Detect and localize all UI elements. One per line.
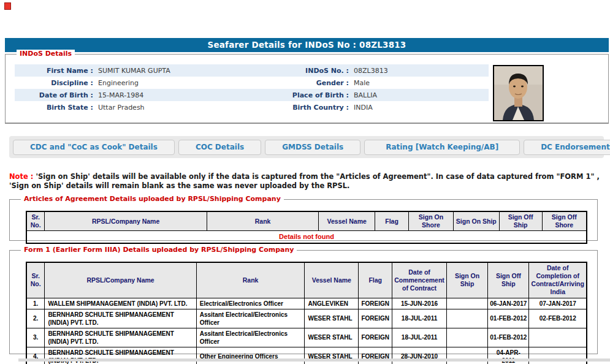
col-rank: Rank xyxy=(196,262,305,298)
cell-completion-date: 02-FEB-2012 xyxy=(529,309,587,328)
place-of-birth-label: Place of Birth : xyxy=(280,91,349,99)
cell-company: BERNHARD SCHULTE SHIPMANAGEMENT (INDIA) … xyxy=(45,309,196,328)
indos-no-label: INDoS No. : xyxy=(280,67,349,75)
cell-flag: FOREIGN xyxy=(359,298,392,309)
articles-legend: Articles of Agreement Details uploaded b… xyxy=(21,195,284,203)
birth-state-value: Uttar Pradesh xyxy=(93,104,280,112)
cell-company: BERNHARD SCHULTE SHIPMANAGEMENT (INDIA) … xyxy=(45,328,196,347)
col-sign-on-ship: Sign On Ship xyxy=(446,262,487,298)
date-of-birth-value: 15-MAR-1984 xyxy=(93,91,280,99)
note-text: 'Sign on Ship' details will be available… xyxy=(9,172,600,190)
col-sr-no: Sr. No. xyxy=(26,262,45,298)
tab-coc-details[interactable]: COC Details xyxy=(178,140,261,155)
cell-rank: Assitant Electrical/Electronics Officer xyxy=(196,309,305,328)
info-row-state: Birth State : Uttar Pradesh Birth Countr… xyxy=(15,101,489,113)
col-vessel-name: Vessel Name xyxy=(319,211,375,231)
first-name-value: SUMIT KUMAR GUPTA xyxy=(93,67,280,75)
note-label: Note : xyxy=(9,172,33,181)
articles-table: Sr. No. RPSL/Company Name Rank Vessel Na… xyxy=(26,211,587,244)
cell-sign-off-ship: 06-JAN-2017 xyxy=(488,298,529,309)
col-sign-off-shore: Sign Off Shore xyxy=(542,211,587,231)
col-date-completion: Date of Completion of Contract/Arriving … xyxy=(529,262,587,298)
cell-sign-off-ship: 01-FEB-2012 xyxy=(488,309,529,328)
col-flag: Flag xyxy=(359,262,392,298)
form1-legend: Form 1 (Earlier Form IIIA) Details uploa… xyxy=(21,246,297,254)
tab-cdc-coc-cook-details[interactable]: CDC and "CoC as Cook" Details xyxy=(13,140,175,155)
tab-bar: CDC and "CoC as Cook" Details COC Detail… xyxy=(9,136,604,158)
cell-vessel: WESER STAHL xyxy=(305,328,359,347)
cell-completion-date: 07-JAN-2017 xyxy=(529,298,587,309)
cell-company: WALLEM SHIPMANAGEMENT (INDIA) PVT. LTD. xyxy=(45,298,196,309)
col-rpsl-company: RPSL/Company Name xyxy=(45,262,196,298)
details-not-found-message: Details not found xyxy=(26,231,587,243)
form1-table: Sr. No. RPSL/Company Name Rank Vessel Na… xyxy=(26,262,587,364)
table-row: 3. BERNHARD SCHULTE SHIPMANAGEMENT (INDI… xyxy=(26,328,587,347)
cell-rank: Assitant Electrical/Electronics Officer xyxy=(196,328,305,347)
indos-no-value: 08ZL3813 xyxy=(349,67,489,75)
cell-completion-date xyxy=(529,328,587,347)
cell-vessel: WESER STAHL xyxy=(305,309,359,328)
cell-commencement-date: 18-JUL-2011 xyxy=(392,328,447,347)
cell-sr-no: 2. xyxy=(26,309,45,328)
bottom-divider xyxy=(18,358,610,362)
info-row-name: First Name : SUMIT KUMAR GUPTA INDoS No.… xyxy=(15,64,489,77)
cell-sign-off-ship: 01-FEB-2012 xyxy=(488,328,529,347)
page-corner-marker-icon xyxy=(4,2,11,10)
col-sign-off-ship: Sign Off Ship xyxy=(499,211,542,231)
sign-on-ship-note: Note : 'Sign on Ship' details will be av… xyxy=(9,172,605,191)
cell-flag: FOREIGN xyxy=(359,309,392,328)
articles-header-row: Sr. No. RPSL/Company Name Rank Vessel Na… xyxy=(26,211,587,231)
col-sign-on-shore: Sign On Shore xyxy=(409,211,454,231)
indos-details-panel: INDoS Details First Name : SUMIT KUMAR G… xyxy=(5,54,609,124)
info-row-discipline: Discipline : Engineering Gender : Male xyxy=(15,77,489,89)
birth-country-value: INDIA xyxy=(349,104,489,112)
date-of-birth-label: Date of Birth : xyxy=(15,91,93,99)
place-of-birth-value: BALLIA xyxy=(349,91,489,99)
discipline-label: Discipline : xyxy=(15,79,93,87)
col-rpsl-company: RPSL/Company Name xyxy=(45,211,207,231)
col-vessel-name: Vessel Name xyxy=(305,262,359,298)
cell-sign-on-ship xyxy=(446,328,487,347)
cell-sr-no: 3. xyxy=(26,328,45,347)
col-flag: Flag xyxy=(375,211,409,231)
tab-gmdss-details[interactable]: GMDSS Details xyxy=(265,140,360,155)
cell-sign-on-ship xyxy=(446,298,487,309)
table-row: 1. WALLEM SHIPMANAGEMENT (INDIA) PVT. LT… xyxy=(26,298,587,309)
gender-value: Male xyxy=(349,79,489,87)
info-row-birth: Date of Birth : 15-MAR-1984 Place of Bir… xyxy=(15,89,489,101)
cell-flag: FOREIGN xyxy=(359,328,392,347)
indos-details-rows: First Name : SUMIT KUMAR GUPTA INDoS No.… xyxy=(15,64,489,113)
details-not-found-row: Details not found xyxy=(26,231,587,243)
cell-commencement-date: 15-JUN-2016 xyxy=(392,298,447,309)
col-sr-no: Sr. No. xyxy=(26,211,45,231)
col-sign-off-ship: Sign Off Ship xyxy=(488,262,529,298)
seafarer-photo xyxy=(493,65,544,121)
tab-rating-watch-keeping[interactable]: Rating [Watch Keeping/AB] xyxy=(364,140,520,155)
table-row: 2. BERNHARD SCHULTE SHIPMANAGEMENT (INDI… xyxy=(26,309,587,328)
cell-commencement-date: 18-JUL-2011 xyxy=(392,309,447,328)
cell-sr-no: 1. xyxy=(26,298,45,309)
gender-label: Gender : xyxy=(280,79,349,87)
first-name-label: First Name : xyxy=(15,67,93,75)
articles-of-agreement-panel: Articles of Agreement Details uploaded b… xyxy=(9,199,598,241)
form1-header-row: Sr. No. RPSL/Company Name Rank Vessel Na… xyxy=(26,262,587,298)
tab-dc-endorsement[interactable]: DC Endorsement xyxy=(524,140,610,155)
form1-details-panel: Form 1 (Earlier Form IIIA) Details uploa… xyxy=(9,250,598,354)
col-date-commencement: Date of Commencement of Contract xyxy=(392,262,447,298)
page-title: Seafarer Details for INDoS No : 08ZL3813 xyxy=(5,38,609,52)
cell-sign-on-ship xyxy=(446,309,487,328)
cell-vessel: ANGLEVIKEN xyxy=(305,298,359,309)
birth-state-label: Birth State : xyxy=(15,104,93,112)
birth-country-label: Birth Country : xyxy=(280,104,349,112)
discipline-value: Engineering xyxy=(93,79,280,87)
col-rank: Rank xyxy=(207,211,318,231)
cell-rank: Electrical/Electronics Officer xyxy=(196,298,305,309)
col-sign-on-ship: Sign On Ship xyxy=(453,211,499,231)
indos-details-legend: INDoS Details xyxy=(17,50,75,58)
